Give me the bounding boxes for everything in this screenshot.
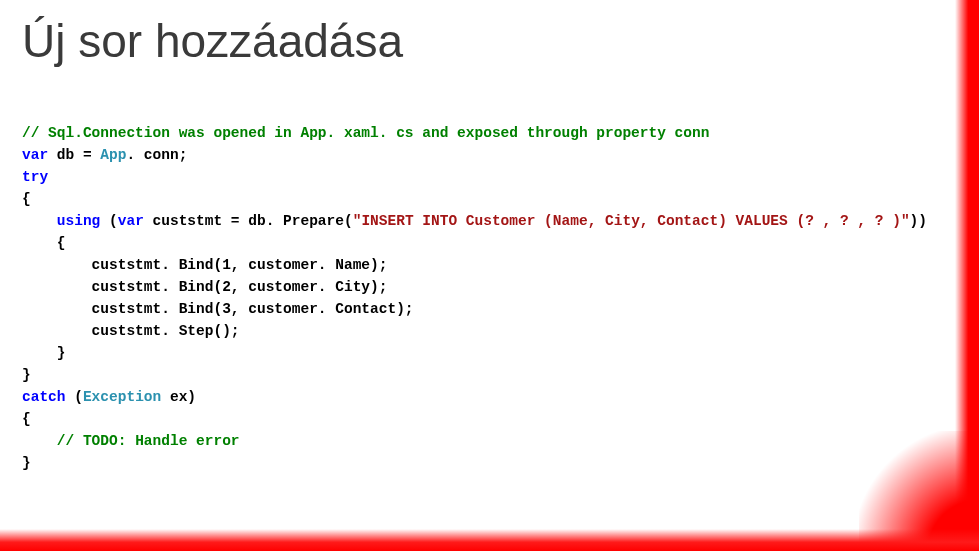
code-string: "INSERT INTO Customer (Name, City, Conta… — [353, 213, 910, 229]
code-type: App — [100, 147, 126, 163]
code-text: db = — [48, 147, 100, 163]
code-text: custstmt. Bind(3, customer. Contact); — [22, 301, 414, 317]
code-brace: { — [22, 235, 66, 251]
code-text: custstmt. Bind(1, customer. Name); — [22, 257, 387, 273]
code-text: ex) — [161, 389, 196, 405]
code-text — [22, 433, 57, 449]
code-keyword: try — [22, 169, 48, 185]
code-text — [22, 213, 57, 229]
code-keyword: catch — [22, 389, 66, 405]
code-text: custstmt. Step(); — [22, 323, 240, 339]
code-text: ( — [100, 213, 117, 229]
slide-title: Új sor hozzáadása — [22, 14, 403, 68]
decor-edge-right — [955, 0, 979, 551]
code-keyword: using — [57, 213, 101, 229]
code-block: // Sql.Connection was opened in App. xam… — [22, 122, 927, 474]
code-text: custstmt. Bind(2, customer. City); — [22, 279, 387, 295]
code-comment: // Sql.Connection was opened in App. xam… — [22, 125, 709, 141]
code-brace: } — [22, 455, 31, 471]
code-keyword: var — [118, 213, 144, 229]
code-text: custstmt = db. Prepare( — [144, 213, 353, 229]
code-text: )) — [910, 213, 927, 229]
code-brace: { — [22, 191, 31, 207]
decor-edge-bottom — [0, 529, 979, 551]
code-brace: } — [22, 345, 66, 361]
code-comment: // TODO: Handle error — [57, 433, 240, 449]
code-brace: { — [22, 411, 31, 427]
code-text: . conn; — [126, 147, 187, 163]
slide: Új sor hozzáadása // Sql.Connection was … — [0, 0, 979, 551]
code-type: Exception — [83, 389, 161, 405]
code-brace: } — [22, 367, 31, 383]
code-text: ( — [66, 389, 83, 405]
code-keyword: var — [22, 147, 48, 163]
